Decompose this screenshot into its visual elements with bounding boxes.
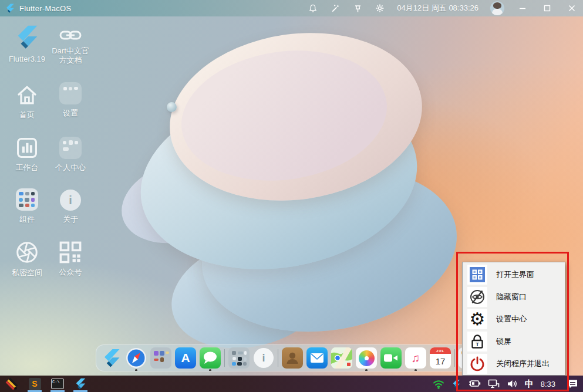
shortcut-label: 私密空间: [12, 268, 42, 278]
sublime-letter: S: [32, 379, 37, 388]
dock-mail[interactable]: [306, 347, 328, 369]
taskbar-sublime-text[interactable]: S: [27, 376, 42, 392]
dock-messages[interactable]: [200, 347, 221, 369]
dock: A: [96, 344, 472, 371]
dock-calendar[interactable]: JUL 17: [430, 347, 451, 369]
dock-app-store[interactable]: A: [175, 347, 196, 369]
facetime-icon: [380, 347, 402, 369]
shortcut-home[interactable]: 首页: [5, 84, 49, 120]
aperture-icon: [15, 241, 39, 264]
close-button[interactable]: [565, 2, 578, 14]
shortcut-workbench[interactable]: 工作台: [5, 137, 49, 173]
shortcut-private-space[interactable]: 私密空间: [5, 241, 49, 278]
dock-safari[interactable]: [126, 347, 147, 369]
flutter-logo: [14, 23, 41, 50]
dock-separator: [454, 349, 455, 367]
dock-utilities-folder-a[interactable]: [150, 347, 171, 369]
flutter-logo: [101, 347, 122, 369]
shortcut-label: 公众号: [59, 268, 82, 277]
volume-icon[interactable]: [507, 379, 518, 388]
home-icon: [15, 84, 39, 106]
menu-item-hide-window[interactable]: 隐藏窗口: [463, 286, 565, 308]
shortcut-label: Dart中文官方文档: [48, 46, 93, 65]
dock-flutter[interactable]: [101, 347, 122, 369]
running-indicator: [365, 369, 368, 371]
link-icon: [59, 28, 82, 42]
messages-icon: [200, 347, 221, 369]
titlebar-datetime: 04月12日 周五 08:33:26: [397, 3, 478, 13]
notification-center-icon[interactable]: [567, 379, 578, 389]
menu-item-label: 设置中心: [496, 314, 527, 325]
calendar-day: 17: [430, 354, 451, 369]
dock-facetime[interactable]: [380, 347, 402, 369]
running-indicator: [209, 369, 211, 371]
components-box-icon: [16, 188, 38, 211]
settings-gear-icon: ⚙: [470, 310, 486, 328]
dock-about[interactable]: i: [253, 347, 274, 369]
window-title: Flutter-MacOS: [19, 4, 71, 13]
dock-maps[interactable]: [331, 347, 352, 369]
flutter-logo: [74, 377, 87, 390]
cmd-label: C:\: [52, 380, 60, 384]
shortcut-label: 个人中心: [55, 163, 86, 173]
shortcut-label: Flutter3.19: [9, 55, 45, 64]
minimize-button[interactable]: [516, 2, 529, 14]
titlebar-gear-icon[interactable]: [375, 3, 385, 13]
dock-photos[interactable]: [356, 347, 377, 369]
shortcut-official-account[interactable]: 公众号: [48, 241, 93, 277]
magic-wand-icon[interactable]: [330, 3, 341, 13]
menu-item-lock-screen[interactable]: T 锁屏: [463, 330, 565, 353]
sublime-icon: S: [29, 378, 41, 390]
power-off-icon: [469, 356, 486, 372]
network-icon[interactable]: [488, 379, 500, 388]
taskbar-flutter-app[interactable]: [73, 376, 88, 392]
running-indicator: [135, 369, 137, 371]
shortcut-flutter319[interactable]: Flutter3.19: [5, 23, 49, 64]
ime-indicator[interactable]: 中: [525, 379, 534, 390]
tray-flutter-icon[interactable]: [451, 379, 461, 388]
menu-item-quit[interactable]: 关闭程序并退出: [463, 353, 565, 375]
dock-utilities-folder-b[interactable]: [228, 347, 250, 369]
qrcode-icon: [59, 241, 82, 263]
user-avatar[interactable]: [490, 1, 504, 15]
tray-clock[interactable]: 8:33: [541, 380, 555, 388]
tray-context-menu: 打开主界面 隐藏窗口 ⚙ 设置中心: [462, 262, 565, 376]
calendar-icon: JUL 17: [430, 347, 451, 369]
shortcut-about[interactable]: i 关于: [48, 190, 93, 224]
battery-power-icon[interactable]: [468, 380, 481, 388]
dock-music[interactable]: ♫: [405, 347, 426, 369]
menu-item-settings-center[interactable]: ⚙ 设置中心: [463, 308, 565, 330]
menu-item-label: 隐藏窗口: [496, 292, 527, 302]
app-store-icon: A: [175, 347, 196, 369]
workbench-chart-icon: [16, 137, 38, 159]
lock-screen-icon: T: [469, 333, 486, 350]
about-letter: i: [262, 352, 265, 364]
shortcut-label: 首页: [19, 110, 35, 120]
taskbar-command-prompt[interactable]: C:\: [50, 376, 65, 392]
pin-icon[interactable]: [352, 3, 363, 13]
dock-separator: [278, 349, 278, 367]
shortcut-profile[interactable]: 个人中心: [48, 137, 93, 173]
desktop-wallpaper: Flutter3.19 Dart中文官方文档 首页: [0, 16, 583, 376]
shortcut-label: 工作台: [16, 163, 39, 173]
menu-item-label: 锁屏: [496, 336, 511, 347]
info-circle-icon: i: [60, 190, 81, 211]
utilities-folder-icon: [150, 347, 171, 369]
app-window: Flutter-MacOS 04月12日 周五 08:33:26: [0, 0, 583, 392]
dock-separator: [224, 349, 225, 367]
shortcut-components[interactable]: 组件: [5, 188, 49, 224]
shortcut-dart-docs[interactable]: Dart中文官方文档: [48, 28, 93, 65]
music-icon: ♫: [405, 347, 426, 369]
shortcut-label: 关于: [63, 215, 78, 224]
maximize-button[interactable]: [541, 2, 554, 14]
maps-icon: [331, 347, 352, 369]
taskbar-paint-brush-app[interactable]: [4, 376, 19, 392]
main-ui-grid-icon: [470, 267, 485, 282]
utilities-folder-icon: [228, 347, 250, 369]
wifi-icon[interactable]: [433, 379, 444, 389]
menu-item-open-main-ui[interactable]: 打开主界面: [463, 263, 565, 286]
dock-contacts[interactable]: [282, 347, 303, 369]
mail-icon: [306, 347, 328, 369]
bell-icon[interactable]: [308, 3, 318, 13]
shortcut-settings[interactable]: 设置: [48, 82, 93, 118]
